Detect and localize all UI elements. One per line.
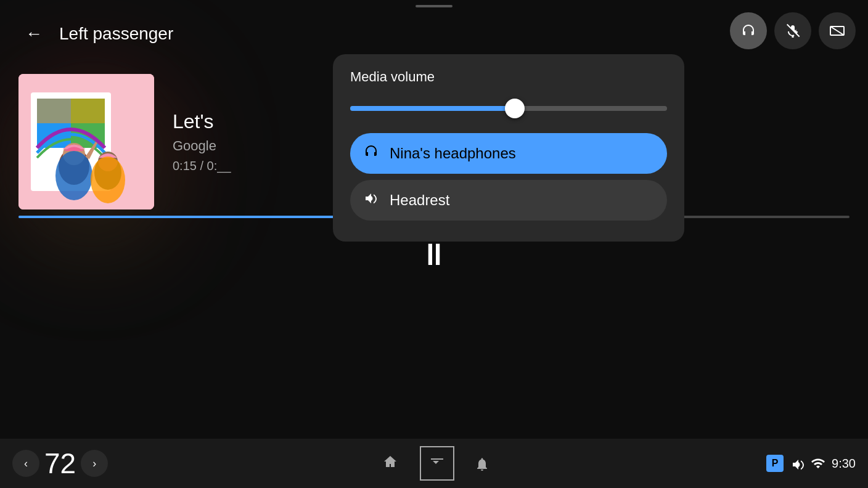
temp-next-button[interactable]: ›: [81, 450, 108, 477]
speaker-option-icon: [362, 190, 380, 211]
svg-point-12: [91, 157, 125, 203]
svg-rect-6: [37, 99, 105, 123]
screen-off-icon: [829, 22, 846, 39]
bottom-center: [377, 446, 497, 481]
prev-icon: ‹: [24, 457, 28, 470]
ninas-headphones-label: Nina's headphones: [390, 145, 516, 162]
status-time: 9:30: [832, 457, 856, 471]
temp-prev-button[interactable]: ‹: [12, 450, 39, 477]
mic-off-button[interactable]: [774, 12, 811, 49]
next-icon: ›: [92, 457, 96, 470]
back-button[interactable]: ←: [18, 18, 49, 49]
volume-slider-thumb[interactable]: [505, 99, 525, 118]
headphones-button[interactable]: [730, 12, 767, 49]
volume-title: Media volume: [350, 69, 667, 85]
temperature-display: 72: [44, 447, 76, 480]
song-artist: Google: [173, 138, 231, 154]
mic-off-icon: [784, 22, 801, 39]
back-icon: ←: [25, 24, 43, 44]
bottom-left: ‹ 72 ›: [12, 447, 108, 480]
drag-handle: [416, 5, 452, 7]
collapse-button[interactable]: [420, 446, 454, 481]
song-time: 0:15 / 0:__: [173, 159, 231, 173]
song-info: Let's Google 0:15 / 0:__: [173, 110, 231, 173]
screen-off-button[interactable]: [819, 12, 856, 49]
svg-line-1: [830, 26, 844, 35]
volume-icon: [790, 456, 805, 471]
headrest-label: Headrest: [390, 192, 449, 209]
headphones-option-icon: [362, 143, 380, 164]
playback-controls: ⏸: [0, 237, 868, 272]
headphones-icon: [740, 22, 757, 39]
progress-bar-fill: [18, 216, 334, 218]
audio-option-ninas-headphones[interactable]: Nina's headphones: [350, 133, 667, 174]
volume-slider[interactable]: [350, 96, 667, 121]
album-art: [18, 74, 154, 209]
song-title: Let's: [173, 110, 231, 133]
svg-rect-13: [431, 458, 443, 460]
pause-button[interactable]: ⏸: [419, 237, 449, 272]
audio-option-headrest[interactable]: Headrest: [350, 180, 667, 221]
top-right-icons: [730, 12, 856, 49]
svg-point-11: [55, 151, 92, 200]
p-badge: P: [766, 455, 784, 472]
signal-icon: [811, 456, 825, 471]
notifications-button[interactable]: [467, 448, 497, 479]
volume-slider-track[interactable]: [350, 106, 667, 111]
page-title: Left passenger: [59, 24, 173, 44]
volume-popup: Media volume Nina's headphones Headrest: [333, 54, 684, 242]
bottom-bar: ‹ 72 › P 9:: [0, 439, 868, 488]
volume-slider-fill: [350, 106, 515, 111]
bottom-right: P 9:30: [766, 455, 856, 472]
home-button[interactable]: [377, 448, 407, 479]
